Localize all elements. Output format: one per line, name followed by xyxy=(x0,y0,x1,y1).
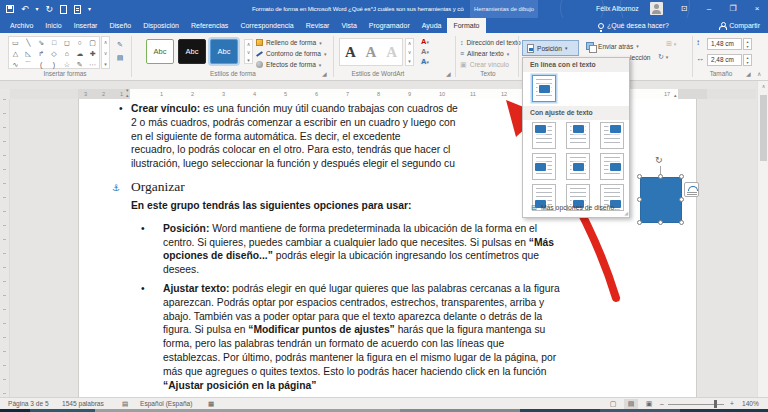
selection-pane-label-partial[interactable]: lección xyxy=(630,54,651,61)
wrap-position-tr[interactable] xyxy=(600,122,624,149)
selection-handle[interactable] xyxy=(679,174,684,179)
dialog-launcher-icon[interactable]: ◢ xyxy=(746,71,753,78)
selection-handle[interactable] xyxy=(679,197,684,202)
shape-glyph[interactable]: ⋯ xyxy=(86,59,99,70)
vertical-scrollbar[interactable]: ∧ xyxy=(757,81,768,397)
text-fill-outline-effects[interactable]: A▾ A▾ A▾ xyxy=(417,37,433,67)
selection-handle[interactable] xyxy=(637,174,642,179)
selection-handle[interactable] xyxy=(658,174,663,179)
customize-qat-icon[interactable]: ▾ xyxy=(88,0,91,18)
shape-glyph[interactable]: ▢ xyxy=(86,37,99,48)
wordart-style-2[interactable]: A xyxy=(366,39,377,65)
wrap-position-ml[interactable] xyxy=(532,153,556,180)
hanging-indent-marker[interactable]: ▴ xyxy=(126,93,129,98)
text-box-icon[interactable]: ▤ xyxy=(117,54,124,61)
more-layout-options-item[interactable]: ⊞Más opciones de diseño... xyxy=(523,201,629,214)
tab-programador[interactable]: Programador xyxy=(363,18,416,33)
tab-diseño[interactable]: Diseño xyxy=(103,18,137,33)
minimize-button[interactable]: – xyxy=(698,0,720,18)
tab-correspondencia[interactable]: Correspondencia xyxy=(234,18,299,33)
shape-style-preset-3-selected[interactable]: Abc xyxy=(210,39,238,64)
shape-style-scroll[interactable]: ∧∨▾ xyxy=(244,39,253,64)
shape-glyph[interactable]: ↱ xyxy=(35,48,48,59)
redo-icon[interactable]: ↻ xyxy=(46,0,54,18)
dialog-launcher-icon[interactable]: ◢ xyxy=(446,71,453,78)
share-button[interactable]: Compartir xyxy=(719,18,760,33)
wordart-style-3[interactable]: A xyxy=(386,39,397,65)
dialog-launcher-icon[interactable]: ◢ xyxy=(322,71,329,78)
zoom-slider-thumb[interactable] xyxy=(714,400,717,408)
position-option-inline[interactable] xyxy=(532,75,556,102)
shape-glyph[interactable]: □ xyxy=(48,37,61,48)
wrap-position-tl[interactable] xyxy=(532,122,556,149)
shape-glyph[interactable]: ⌒ xyxy=(22,59,35,70)
tab-referencias[interactable]: Referencias xyxy=(185,18,234,33)
position-button-open[interactable]: Posición ▾ xyxy=(522,40,579,56)
shape-style-preset-1[interactable]: Abc xyxy=(146,39,174,64)
shape-glyph[interactable]: ▭ xyxy=(9,37,22,48)
shape-glyph[interactable]: ╲ xyxy=(22,37,35,48)
user-name[interactable]: Félix Albornoz xyxy=(596,0,639,18)
shape-outline-button[interactable]: Contorno de forma▾ xyxy=(256,48,327,59)
rotate-objects-button[interactable]: ↻ ▾ xyxy=(658,53,668,61)
height-stepper[interactable]: ▴▾ xyxy=(743,38,752,50)
width-stepper[interactable]: ▴▾ xyxy=(743,54,752,66)
resize-grip-icon[interactable]: ◢ xyxy=(624,210,628,216)
send-backward-button[interactable]: Enviar atrás ▾ xyxy=(586,40,639,52)
shape-glyph[interactable]: ( xyxy=(35,59,48,70)
avatar[interactable] xyxy=(650,2,663,15)
wordart-scroll[interactable]: ∧∨▾ xyxy=(405,38,414,66)
text-direction-button[interactable]: ↕ Dirección del texto▾ xyxy=(460,37,526,48)
shape-glyph[interactable]: ○ xyxy=(73,37,86,48)
print-layout-icon[interactable]: ▤ xyxy=(624,399,638,409)
shape-glyph[interactable]: ✚ xyxy=(86,48,99,59)
wordart-gallery[interactable]: A A A xyxy=(339,38,403,66)
shape-glyph[interactable]: ◻ xyxy=(60,37,73,48)
shape-glyph[interactable]: △ xyxy=(9,48,22,59)
edit-shape-button[interactable]: ✎▤ xyxy=(113,38,127,64)
web-layout-icon[interactable]: ▣ xyxy=(642,399,656,409)
wrap-position-tc[interactable] xyxy=(566,122,590,149)
wrap-position-mc[interactable] xyxy=(566,153,590,180)
undo-dropdown-icon[interactable]: ▾ xyxy=(36,0,39,18)
shape-glyph[interactable]: ☁ xyxy=(73,48,86,59)
selection-handle[interactable] xyxy=(637,197,642,202)
new-document-icon[interactable] xyxy=(60,5,67,14)
shape-glyph[interactable]: ⌂ xyxy=(60,48,73,59)
print-preview-icon[interactable] xyxy=(74,5,81,14)
tab-formato[interactable]: Formato xyxy=(447,18,485,33)
close-button[interactable]: × xyxy=(746,0,768,18)
selection-handle[interactable] xyxy=(679,220,684,225)
shape-width-field[interactable]: 2,48 cm xyxy=(707,54,742,66)
tab-insertar[interactable]: Insertar xyxy=(68,18,104,33)
tab-disposición[interactable]: Disposición xyxy=(137,18,185,33)
wordart-style-1[interactable]: A xyxy=(345,39,356,65)
scroll-up-icon[interactable]: ∧ xyxy=(758,83,768,89)
collapse-ribbon-icon[interactable]: ∧ xyxy=(757,70,761,77)
restore-button[interactable]: ❐ xyxy=(722,0,744,18)
shape-height-field[interactable]: 1,48 cm xyxy=(707,38,742,50)
rotate-handle-icon[interactable]: ↻ xyxy=(655,155,663,165)
shape-effects-button[interactable]: Efectos de forma▾ xyxy=(256,59,321,70)
save-icon[interactable] xyxy=(6,5,14,13)
selection-handle[interactable] xyxy=(658,220,663,225)
shape-style-preset-2[interactable]: Abc xyxy=(178,39,206,64)
shape-glyph[interactable]: ∿ xyxy=(9,59,22,70)
ribbon-display-options-icon[interactable]: ⊡ xyxy=(676,0,692,18)
read-mode-icon[interactable]: ▢ xyxy=(606,399,620,409)
selection-handle[interactable] xyxy=(637,220,642,225)
shape-glyph[interactable]: ⇘ xyxy=(35,37,48,48)
shape-glyph[interactable]: ) xyxy=(48,59,61,70)
tab-ayuda[interactable]: Ayuda xyxy=(416,18,448,33)
align-text-button[interactable]: ≡ Alinear texto▾ xyxy=(460,48,509,59)
tab-revisar[interactable]: Revisar xyxy=(300,18,336,33)
shape-glyph[interactable]: ◇ xyxy=(48,48,61,59)
shape-fill-button[interactable]: Relleno de forma▾ xyxy=(256,37,322,48)
undo-icon[interactable]: ↶ xyxy=(21,0,29,18)
shape-glyph[interactable]: ◺ xyxy=(22,48,35,59)
tab-archivo[interactable]: Archivo xyxy=(4,18,39,33)
tell-me-box[interactable]: ¿Qué desea hacer? xyxy=(598,18,669,33)
shape-glyph[interactable]: ✎ xyxy=(73,59,86,70)
scrollbar-thumb[interactable] xyxy=(760,95,767,161)
shape-gallery-scroll[interactable]: ∧∨▾ xyxy=(101,36,110,69)
